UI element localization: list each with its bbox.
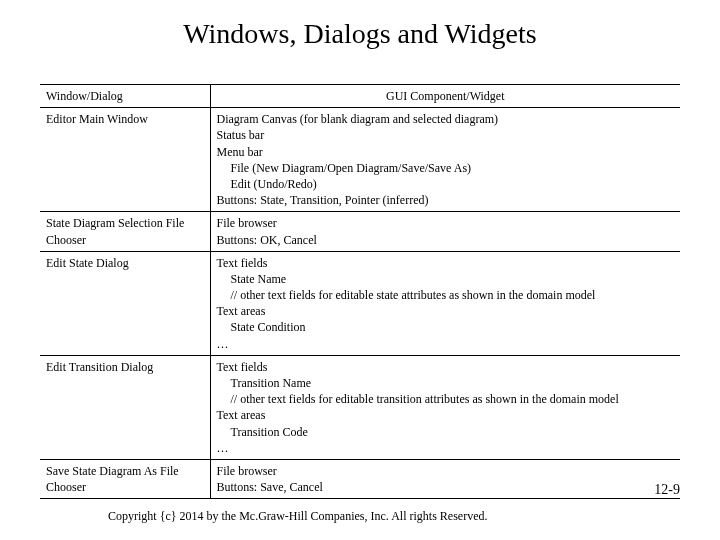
cell-window: Save State Diagram As File Chooser: [40, 459, 210, 498]
page-number: 12-9: [654, 482, 680, 498]
table-row: Editor Main Window Diagram Canvas (for b…: [40, 108, 680, 212]
cell-components: Text fieldsTransition Name// other text …: [210, 355, 680, 459]
table-header-row: Window/Dialog GUI Component/Widget: [40, 85, 680, 108]
table-row: State Diagram Selection File Chooser Fil…: [40, 212, 680, 251]
cell-window: Editor Main Window: [40, 108, 210, 212]
header-window-dialog: Window/Dialog: [40, 85, 210, 108]
cell-components: File browserButtons: OK, Cancel: [210, 212, 680, 251]
cell-window: Edit State Dialog: [40, 251, 210, 355]
cell-components: Diagram Canvas (for blank diagram and se…: [210, 108, 680, 212]
table-row: Edit Transition Dialog Text fieldsTransi…: [40, 355, 680, 459]
copyright-text: Copyright {c} 2014 by the Mc.Graw-Hill C…: [108, 509, 487, 524]
widgets-table: Window/Dialog GUI Component/Widget Edito…: [40, 84, 680, 499]
cell-window: Edit Transition Dialog: [40, 355, 210, 459]
page-title: Windows, Dialogs and Widgets: [0, 18, 720, 50]
header-gui-component: GUI Component/Widget: [210, 85, 680, 108]
slide: Windows, Dialogs and Widgets Window/Dial…: [0, 0, 720, 540]
table-row: Edit State Dialog Text fieldsState Name/…: [40, 251, 680, 355]
cell-components: Text fieldsState Name// other text field…: [210, 251, 680, 355]
cell-components: File browserButtons: Save, Cancel: [210, 459, 680, 498]
cell-window: State Diagram Selection File Chooser: [40, 212, 210, 251]
table-row: Save State Diagram As File Chooser File …: [40, 459, 680, 498]
table-container: Window/Dialog GUI Component/Widget Edito…: [40, 84, 680, 499]
